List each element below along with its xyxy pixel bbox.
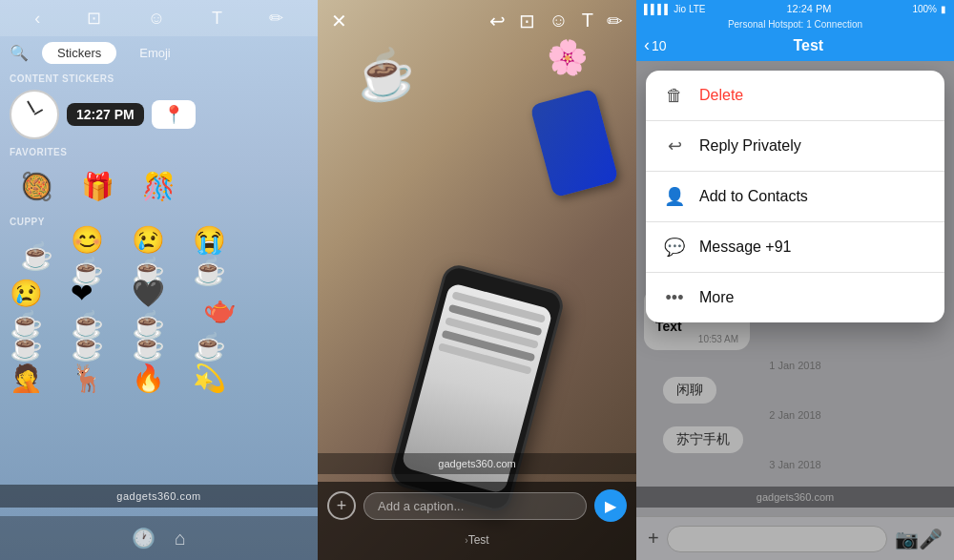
messages-area: 🗑 Delete ↩ Reply Privately 👤 Add to Cont… [636, 61, 954, 560]
hotspot-bar: Personal Hotspot: 1 Connection [636, 17, 954, 31]
crop-icon[interactable]: ⊡ [519, 10, 535, 32]
battery-info: 100% ▮ [912, 4, 946, 14]
context-menu-more[interactable]: ••• More [646, 273, 944, 322]
sticker-item[interactable]: ❤☕ [71, 286, 124, 332]
sticker-item[interactable]: 🥘 [10, 163, 63, 209]
sticker-item[interactable]: 😢☕ [132, 233, 185, 279]
recipient-bar: › Test [318, 529, 636, 550]
sticker-item[interactable]: ☕🤦 [10, 340, 63, 385]
trash-icon: 🗑 [661, 82, 688, 109]
carrier-info: ▌▌▌▌ Jio LTE [644, 4, 706, 14]
sticker-item[interactable]: 😭☕ [193, 233, 246, 279]
coffee-sticker[interactable]: ☕ [351, 43, 419, 108]
message-icon: 💬 [661, 234, 688, 260]
panel2-toolbar: ✕ ↩ ⊡ ☺ T ✏ [318, 0, 636, 42]
context-menu: 🗑 Delete ↩ Reply Privately 👤 Add to Cont… [646, 71, 944, 322]
caption-input[interactable]: Add a caption... [363, 492, 587, 520]
photo-area: ☕ 🌸 [318, 0, 636, 560]
panel2-watermark: gadgets360.com [318, 453, 636, 474]
favorites-row: 🥘 🎁 🎊 [0, 159, 318, 213]
nav-bar: ‹ 10 Test [636, 31, 954, 61]
cuppy-row-1: ☕ 😊☕ 😢☕ 😭☕ [0, 229, 318, 282]
draw-icon[interactable]: ✏ [269, 8, 283, 29]
panel1-toolbar: ‹ ⊡ ☺ T ✏ [0, 0, 318, 36]
add-contact-label: Add to Contacts [699, 188, 808, 205]
reply-icon: ↩ [661, 133, 688, 159]
more-label: More [699, 289, 734, 306]
cuppy-row-2: 😢☕ ❤☕ 🖤☕ 🫖 [0, 282, 318, 336]
context-menu-delete[interactable]: 🗑 Delete [646, 71, 944, 121]
back-icon[interactable]: ‹ [34, 9, 40, 29]
panel1-bottom-bar: 🕐 ⌂ [0, 516, 318, 560]
carrier-label: Jio LTE [674, 4, 705, 14]
sticker-item[interactable]: 🎊 [132, 163, 185, 209]
emoji-icon[interactable]: ☺ [148, 9, 165, 29]
more-icon: ••• [661, 284, 688, 311]
context-menu-overlay[interactable]: 🗑 Delete ↩ Reply Privately 👤 Add to Cont… [636, 61, 954, 560]
message-label: Message +91 [699, 239, 792, 256]
location-sticker[interactable]: 📍 [152, 100, 196, 129]
nav-title: Test [671, 37, 946, 54]
battery-label: 100% [912, 4, 937, 14]
recipient-label: Test [468, 533, 489, 547]
battery-icon: ▮ [941, 4, 946, 14]
undo-icon[interactable]: ↩ [489, 10, 506, 32]
text-icon[interactable]: T [582, 10, 593, 32]
signal-icon: ▌▌▌▌ [644, 4, 671, 14]
sticker-tabs: 🔍 Stickers Emoji [0, 36, 318, 70]
context-menu-reply[interactable]: ↩ Reply Privately [646, 121, 944, 172]
close-icon[interactable]: ✕ [331, 10, 347, 32]
favorites-label: FAVORITES [0, 143, 318, 159]
context-menu-add-contact[interactable]: 👤 Add to Contacts [646, 172, 944, 222]
sticker-item[interactable]: ☕🦌 [71, 340, 124, 385]
time-sticker[interactable]: 12:27 PM [67, 103, 144, 126]
emoji-icon[interactable]: ☺ [549, 10, 568, 32]
send-button[interactable]: ▶ [594, 489, 627, 522]
sticker-item[interactable]: 🎁 [71, 163, 124, 209]
panel2-toolbar-icons: ↩ ⊡ ☺ T ✏ [489, 10, 623, 32]
messages-panel: ▌▌▌▌ Jio LTE 12:24 PM 100% ▮ Personal Ho… [636, 0, 954, 560]
sticker-item[interactable]: 😊☕ [71, 233, 124, 279]
back-count: 10 [652, 38, 667, 53]
clock-sticker[interactable] [10, 90, 59, 139]
clock-icon[interactable]: 🕐 [132, 527, 156, 550]
back-chevron-icon: ‹ [644, 35, 650, 55]
crop-icon[interactable]: ⊡ [87, 8, 101, 29]
cuppy-row-3: ☕🤦 ☕🦌 ☕🔥 ☕💫 [0, 336, 318, 389]
sticker-item[interactable]: 😢☕ [10, 286, 63, 332]
pink-sticker[interactable]: 🌸 [545, 36, 590, 79]
sticker-item[interactable]: 🫖 [193, 286, 246, 332]
sticker-item[interactable]: ☕ [10, 233, 63, 279]
add-button[interactable]: + [327, 491, 356, 520]
stickers-tab[interactable]: Stickers [42, 42, 116, 64]
photo-editor-panel: ✕ ↩ ⊡ ☺ T ✏ ☕ 🌸 gadgets360.com + Add a c… [318, 0, 636, 560]
sticker-item[interactable]: ☕🔥 [132, 340, 185, 385]
sticker-item[interactable]: 🖤☕ [132, 286, 185, 332]
content-stickers-label: CONTENT STICKERS [0, 70, 318, 86]
panel2-bottom: + Add a caption... ▶ › Test [318, 482, 636, 560]
panel1-watermark: gadgets360.com [0, 485, 318, 508]
heart-icon[interactable]: ⌂ [175, 528, 186, 550]
clock-display: 12:24 PM [786, 3, 831, 14]
sticker-item[interactable]: ☕💫 [193, 340, 246, 385]
reply-label: Reply Privately [699, 137, 801, 155]
back-button[interactable]: ‹ 10 [644, 35, 667, 55]
caption-bar: + Add a caption... ▶ [318, 482, 636, 529]
ios-status-bar: ▌▌▌▌ Jio LTE 12:24 PM 100% ▮ [636, 0, 954, 17]
draw-icon[interactable]: ✏ [607, 10, 623, 32]
content-stickers-row: 12:27 PM 📍 [0, 86, 318, 143]
delete-label: Delete [699, 87, 743, 104]
search-icon[interactable]: 🔍 [10, 44, 29, 62]
person-icon: 👤 [661, 183, 688, 210]
stickers-panel: ‹ ⊡ ☺ T ✏ 🔍 Stickers Emoji CONTENT STICK… [0, 0, 318, 560]
text-icon[interactable]: T [212, 9, 222, 29]
emoji-tab[interactable]: Emoji [124, 42, 186, 64]
context-menu-message[interactable]: 💬 Message +91 [646, 222, 944, 273]
